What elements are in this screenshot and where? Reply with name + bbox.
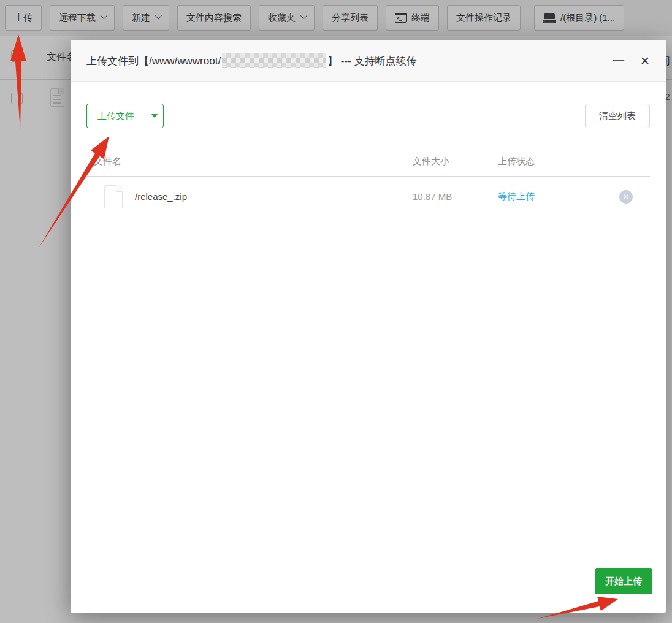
file-manager-page: 上传 远程下载 新建 文件内容搜索 收藏夹 分享列表 终端 (0, 0, 672, 623)
title-path-prefix: 上传文件到【/www/wwwroot/ (86, 54, 221, 68)
column-header-filename: 文件名 (86, 156, 413, 167)
upload-status[interactable]: 等待上传 (498, 191, 574, 202)
upload-actions-row: 上传文件 清空列表 (86, 103, 650, 129)
file-name-cell: /release_.zip (86, 185, 413, 208)
upload-dialog-header: 上传文件到【/www/wwwroot/ 】 --- 支持断点续传 — ✕ (71, 40, 666, 82)
upload-file-label: 上传文件 (97, 110, 134, 122)
file-actions-cell: ✕ (574, 190, 650, 204)
start-upload-label: 开始上传 (605, 576, 642, 587)
minimize-icon[interactable]: — (613, 54, 624, 66)
file-icon (104, 185, 123, 208)
censored-path-mosaic (222, 53, 326, 68)
remove-file-icon[interactable]: ✕ (619, 190, 633, 204)
upload-table-header: 文件名 文件大小 上传状态 (86, 147, 650, 177)
upload-dialog-title: 上传文件到【/www/wwwroot/ 】 --- 支持断点续传 (86, 53, 417, 68)
column-header-status: 上传状态 (498, 156, 574, 167)
window-controls: — ✕ (613, 55, 650, 67)
upload-file-split-button: 上传文件 (86, 104, 164, 128)
upload-type-dropdown[interactable] (145, 104, 164, 128)
file-name: /release_.zip (135, 191, 187, 202)
upload-dialog: 上传文件到【/www/wwwroot/ 】 --- 支持断点续传 — ✕ 上传文… (71, 40, 666, 613)
close-icon[interactable]: ✕ (640, 55, 650, 67)
upload-table-row: /release_.zip 10.87 MB 等待上传 ✕ (86, 177, 650, 216)
start-upload-button[interactable]: 开始上传 (595, 568, 652, 594)
file-size: 10.87 MB (413, 191, 498, 202)
clear-list-button[interactable]: 清空列表 (585, 104, 650, 128)
title-suffix: 】 --- 支持断点续传 (327, 54, 416, 68)
column-header-filesize: 文件大小 (413, 156, 498, 167)
caret-down-icon (151, 114, 158, 118)
clear-list-label: 清空列表 (599, 110, 636, 122)
upload-file-button[interactable]: 上传文件 (86, 104, 145, 128)
